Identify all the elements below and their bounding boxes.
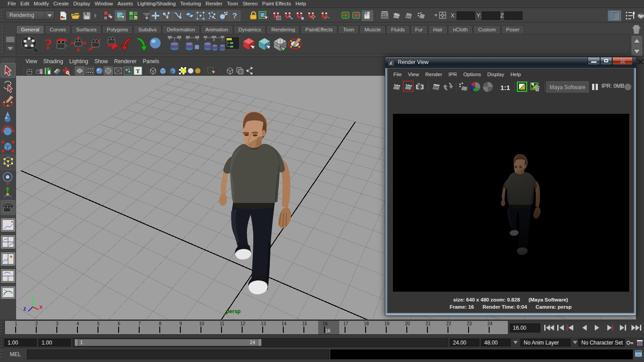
svg-text:15: 15: [302, 321, 307, 326]
svg-text:11: 11: [220, 321, 225, 326]
svg-text:5: 5: [97, 321, 100, 326]
svg-text:21: 21: [426, 321, 431, 326]
svg-text:Maya Software: Maya Software: [550, 84, 585, 90]
svg-text:x: x: [39, 303, 43, 310]
svg-text:?: ?: [232, 12, 237, 20]
svg-text:23: 23: [467, 321, 472, 326]
svg-text:y: y: [31, 295, 34, 302]
svg-text:20: 20: [405, 321, 410, 326]
svg-text:IPR: IPR: [434, 86, 439, 89]
svg-text:16: 16: [325, 328, 331, 333]
svg-text:1:1: 1:1: [500, 84, 510, 91]
svg-text:7: 7: [138, 321, 141, 326]
svg-text:24: 24: [487, 321, 493, 326]
svg-text:X:: X:: [451, 13, 456, 19]
svg-text:4: 4: [77, 321, 79, 326]
svg-text:?: ?: [44, 36, 52, 52]
svg-text:z: z: [23, 305, 26, 312]
svg-text:IPR: IPR: [406, 15, 411, 18]
svg-text:3: 3: [56, 321, 59, 326]
svg-text:14: 14: [281, 321, 287, 326]
svg-text:13: 13: [261, 321, 266, 326]
svg-text:9: 9: [179, 321, 182, 326]
svg-text:T: T: [136, 68, 140, 74]
svg-text:1: 1: [15, 321, 17, 326]
svg-text:8: 8: [159, 321, 162, 326]
svg-text:Y:: Y:: [477, 13, 482, 19]
svg-text:22: 22: [446, 321, 452, 326]
svg-text:2: 2: [35, 321, 38, 326]
svg-text:17: 17: [343, 321, 349, 326]
svg-text:10: 10: [199, 321, 205, 326]
svg-text:16: 16: [323, 321, 328, 326]
svg-text:19: 19: [384, 321, 390, 326]
svg-text:18: 18: [364, 321, 369, 326]
svg-text:6: 6: [118, 321, 120, 326]
svg-text:12: 12: [240, 321, 246, 326]
